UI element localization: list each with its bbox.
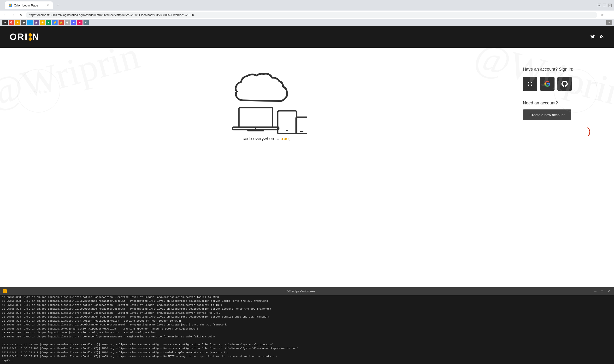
refresh-button[interactable]: ↻ bbox=[17, 12, 24, 18]
ext-icon-10[interactable]: 🔒 bbox=[58, 20, 64, 25]
terminal-line: 13:35:55,383 -INFO in ch.qos.logback.cla… bbox=[2, 295, 612, 299]
code-prefix: code.everywhere = bbox=[243, 136, 281, 141]
svg-point-17 bbox=[531, 85, 532, 86]
logo-dot-bottom bbox=[28, 37, 32, 41]
svg-rect-13 bbox=[247, 130, 264, 131]
ext-icon-7[interactable]: ☀ bbox=[40, 20, 45, 25]
window-controls: ─ □ ✕ bbox=[598, 4, 612, 7]
logo-dot-top bbox=[28, 33, 32, 37]
tab-title: Orion Login Page bbox=[14, 4, 38, 7]
arrow-icon bbox=[580, 125, 595, 139]
ext-icon-3[interactable]: ★ bbox=[15, 20, 20, 25]
logo-wrapper: ORI N bbox=[10, 32, 40, 42]
address-input[interactable] bbox=[26, 12, 597, 18]
ext-icon-4[interactable]: ◆ bbox=[21, 20, 26, 25]
terminal-line: 13:35:55,384 -INFO in ch.qos.logback.cla… bbox=[2, 311, 612, 315]
terminal-titlebar: IDE\eclipse\orion.exe ─ □ ✕ bbox=[0, 287, 614, 295]
ext-icon-9[interactable]: ⚡ bbox=[52, 20, 57, 25]
need-account-label: Need an account? bbox=[523, 101, 595, 106]
github-auth-button[interactable] bbox=[558, 77, 572, 91]
tab-bar: Orion Login Page × + bbox=[2, 1, 596, 9]
cloud-illustration bbox=[225, 67, 307, 134]
main-area: @Wriprin @Wriprin @Wriprin @Wriprin bbox=[0, 48, 614, 160]
ext-icon-6[interactable]: ◉ bbox=[34, 20, 39, 25]
dots-auth-button[interactable] bbox=[523, 77, 537, 91]
ext-icon-14[interactable]: ⚙ bbox=[84, 20, 89, 25]
auth-buttons-group bbox=[523, 77, 595, 91]
browser-tab[interactable]: Orion Login Page × bbox=[5, 1, 53, 9]
toolbar-icons: ☆ ⋮ bbox=[599, 12, 612, 18]
terminal-line: 13:35:55,384 -INFO in ch.qos.logback.cla… bbox=[2, 319, 612, 323]
terminal-line: 13:35:55,384 -INFO in ch.qos.logback.cor… bbox=[2, 327, 612, 331]
code-display: code.everywhere = true; bbox=[243, 136, 290, 141]
terminal-line: 13:35:55,384 -INFO in ch.qos.logback.cla… bbox=[2, 307, 612, 311]
maximize-button[interactable]: □ bbox=[603, 4, 606, 7]
logo-text-n: N bbox=[32, 32, 40, 42]
arrow-container bbox=[523, 125, 595, 139]
close-window-button[interactable]: ✕ bbox=[608, 4, 612, 7]
settings-icon[interactable]: ⋮ bbox=[606, 12, 612, 18]
terminal-line: 2022-12-01 13:35:55.421 [Component Resol… bbox=[2, 354, 612, 359]
sign-in-label: Have an account? Sign in: bbox=[523, 67, 595, 72]
new-tab-button[interactable]: + bbox=[55, 2, 61, 9]
ext-icon-8[interactable]: ▼ bbox=[46, 20, 51, 25]
create-account-button[interactable]: Create a new account bbox=[523, 109, 571, 120]
terminal-app-icon bbox=[3, 289, 7, 293]
rss-icon[interactable] bbox=[599, 34, 604, 40]
terminal-line: 13:35:55,383 -INFO in ch.qos.logback.cla… bbox=[2, 299, 612, 303]
terminal-line: 13:35:55,384 -INFO in ch.qos.logback.cla… bbox=[2, 315, 612, 319]
code-value: true bbox=[280, 136, 289, 141]
address-bar-row: ← → ↻ ☆ ⋮ bbox=[0, 11, 614, 19]
terminal-line bbox=[2, 339, 612, 343]
login-panel: Have an account? Sign in: bbox=[523, 62, 595, 146]
tab-favicon bbox=[9, 4, 12, 7]
code-suffix: ; bbox=[289, 136, 290, 141]
forward-button[interactable]: → bbox=[10, 12, 16, 18]
terminal-window: IDE\eclipse\orion.exe ─ □ ✕ 13:35:55,348… bbox=[0, 287, 614, 361]
svg-rect-5 bbox=[239, 108, 272, 128]
logo-text-or: ORI bbox=[10, 32, 28, 42]
google-auth-button[interactable] bbox=[540, 77, 555, 91]
site-header: ORI N bbox=[0, 26, 614, 48]
title-bar: Orion Login Page × + ─ □ ✕ bbox=[0, 0, 614, 11]
ext-icon-2[interactable]: G bbox=[9, 20, 14, 25]
svg-point-0 bbox=[9, 4, 11, 6]
svg-marker-18 bbox=[588, 134, 590, 136]
ext-icon-11[interactable]: ⊗ bbox=[65, 20, 70, 25]
ext-icon-ext[interactable]: » bbox=[606, 20, 612, 25]
back-button[interactable]: ← bbox=[2, 12, 9, 18]
svg-point-16 bbox=[528, 85, 529, 86]
terminal-line: 13:35:55,384 -INFO in ch.qos.logback.cla… bbox=[2, 303, 612, 307]
minimize-button[interactable]: ─ bbox=[598, 4, 601, 7]
terminal-line: 13:35:55,384 -INFO in ch.qos.logback.cor… bbox=[2, 331, 612, 335]
terminal-line: 2022-12-01 13:35:55.417 [Component Resol… bbox=[2, 351, 612, 355]
terminal-minimize-button[interactable]: ─ bbox=[593, 289, 598, 294]
illustration-side: code.everywhere = true; bbox=[19, 62, 513, 146]
terminal-line: osgi> _ bbox=[2, 359, 612, 362]
logo-dots bbox=[28, 33, 32, 41]
svg-point-15 bbox=[531, 82, 532, 83]
header-social bbox=[590, 34, 604, 40]
twitter-icon[interactable] bbox=[590, 34, 595, 40]
nav-buttons: ← → ↻ bbox=[2, 12, 24, 18]
extensions-bar: ● G ★ ◆ t ◉ ☀ ▼ ⚡ 🔒 ⊗ ★ ♦ ⚙ » bbox=[0, 19, 614, 26]
ext-icon-13[interactable]: ♦ bbox=[77, 20, 83, 25]
ext-icon-1[interactable]: ● bbox=[2, 20, 8, 25]
terminal-line: 2022-12-01 13:35:55.403 [Component Resol… bbox=[2, 347, 612, 351]
browser-chrome: Orion Login Page × + ─ □ ✕ ← → ↻ ☆ ⋮ ● G… bbox=[0, 0, 614, 26]
terminal-line: 13:35:55,384 -INFO in ch.qos.logback.cla… bbox=[2, 335, 612, 339]
svg-point-14 bbox=[528, 82, 529, 83]
logo-area: ORI N bbox=[10, 32, 40, 42]
tab-close-button[interactable]: × bbox=[47, 3, 49, 7]
terminal-line: 13:35:55,384 -INFO in ch.qos.logback.cla… bbox=[2, 323, 612, 327]
terminal-maximize-button[interactable]: □ bbox=[600, 289, 604, 294]
terminal-title: IDE\eclipse\orion.exe bbox=[10, 289, 591, 293]
terminal-line: 2022-12-01 13:35:55.401 [Component Resol… bbox=[2, 343, 612, 347]
terminal-close-button[interactable]: ✕ bbox=[606, 289, 611, 294]
ext-icon-12[interactable]: ★ bbox=[71, 20, 76, 25]
ext-icon-5[interactable]: t bbox=[27, 20, 33, 25]
bookmark-icon[interactable]: ☆ bbox=[599, 12, 605, 18]
terminal-body[interactable]: 13:35:55,348 -INFO in ch.qos.logback.cla… bbox=[0, 295, 614, 361]
